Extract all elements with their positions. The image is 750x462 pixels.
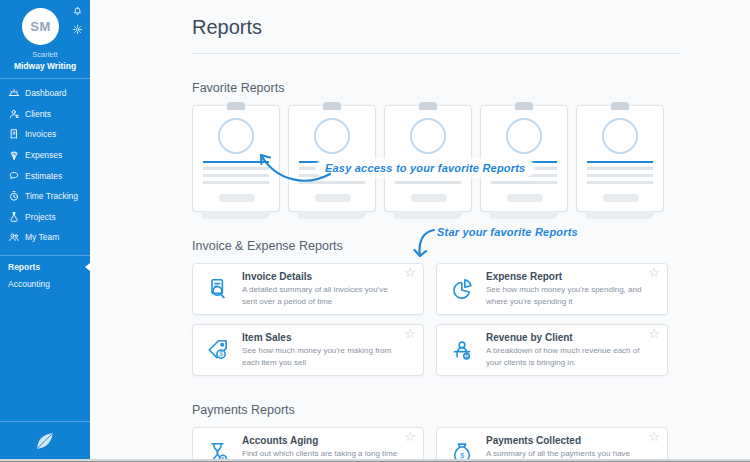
sidebar-item-my-team[interactable]: My Team (0, 227, 90, 248)
time-tracking-icon (8, 190, 20, 202)
sidebar-item-estimates[interactable]: Estimates (0, 165, 90, 186)
sidebar-item-label: Time Tracking (25, 191, 78, 201)
favorite-star-icon[interactable]: ☆ (648, 327, 660, 340)
placeholder-blob (586, 211, 653, 219)
placeholder-blob (507, 194, 543, 202)
report-card-title: Invoice Details (242, 271, 413, 282)
sidebar-item-label: Accounting (8, 279, 50, 289)
clipboard-clip-icon (611, 102, 629, 110)
report-card-payments-collected[interactable]: $ Payments Collected A summary of all th… (436, 427, 668, 462)
report-card-description: See how much money you're making from ea… (242, 345, 413, 368)
placeholder-line (395, 181, 461, 184)
report-card-accounts-aging[interactable]: $ Accounts Aging Find out which clients … (192, 427, 424, 462)
placeholder-line (203, 167, 269, 170)
item-sales-icon: $ (205, 337, 231, 363)
sidebar-item-label: Reports (8, 262, 40, 272)
sidebar-item-label: Expenses (25, 150, 62, 160)
favorite-star-icon[interactable]: ☆ (648, 430, 660, 443)
svg-text:$: $ (219, 351, 223, 358)
favorite-report-placeholder-card[interactable] (576, 105, 664, 212)
sidebar-item-clients[interactable]: Clients (0, 104, 90, 125)
report-card-item-sales[interactable]: $ Item Sales See how much money you're m… (192, 324, 424, 376)
placeholder-line (587, 174, 653, 177)
clipboard-clip-icon (515, 102, 533, 110)
sidebar-footer (0, 421, 90, 456)
report-card-expense-report[interactable]: Expense Report See how much money you're… (436, 263, 668, 315)
report-card-title: Expense Report (486, 271, 657, 282)
favorite-star-icon[interactable]: ☆ (404, 430, 416, 443)
report-card-title: Accounts Aging (242, 435, 413, 446)
section-label-invoice-expense: Invoice & Expense Reports (192, 239, 750, 253)
revenue-by-client-icon: $ (449, 337, 475, 363)
report-card-title: Revenue by Client (486, 332, 657, 343)
annotation-star: Star your favorite Reports (437, 226, 578, 238)
report-card-description: A detailed summary of all invoices you'v… (242, 284, 413, 307)
payments-grid: $ Accounts Aging Find out which clients … (192, 427, 668, 462)
sidebar-item-projects[interactable]: Projects (0, 207, 90, 228)
clipboard-clip-icon (323, 102, 341, 110)
report-card-title: Payments Collected (486, 435, 657, 446)
placeholder-circle (314, 118, 350, 154)
settings-gear-icon[interactable] (72, 24, 83, 35)
avatar[interactable]: SM (22, 8, 59, 45)
annotation-favorites: Easy access to your favorite Reports (316, 159, 534, 177)
report-card-revenue-by-client[interactable]: $ Revenue by Client A breakdown of how m… (436, 324, 668, 376)
freshbooks-leaf-logo-icon (34, 430, 56, 456)
favorite-star-icon[interactable]: ☆ (404, 327, 416, 340)
sidebar-item-label: Dashboard (25, 88, 67, 98)
business-name: Midway Writing (0, 61, 90, 71)
report-card-invoice-details[interactable]: Invoice Details A detailed summary of al… (192, 263, 424, 315)
placeholder-line (587, 167, 653, 170)
dashboard-icon (8, 87, 20, 99)
placeholder-line (299, 181, 365, 184)
clipboard-clip-icon (419, 102, 437, 110)
placeholder-blob (603, 194, 639, 202)
placeholder-circle (218, 118, 254, 154)
placeholder-line (203, 174, 269, 177)
favorite-star-icon[interactable]: ☆ (648, 266, 660, 279)
sidebar-divider (0, 421, 90, 422)
section-label-favorites: Favorite Reports (192, 81, 750, 95)
sidebar-item-time-tracking[interactable]: Time Tracking (0, 186, 90, 207)
sidebar-item-label: Projects (25, 212, 56, 222)
placeholder-blob (490, 211, 557, 219)
placeholder-blob (202, 211, 269, 219)
sidebar-item-accounting[interactable]: Accounting (0, 276, 90, 293)
my-team-icon (8, 231, 20, 243)
placeholder-line (491, 181, 557, 184)
user-name: Scarlett (0, 50, 90, 59)
placeholder-title-line (203, 161, 269, 163)
placeholder-line (587, 181, 653, 184)
sidebar-item-reports[interactable]: Reports (0, 259, 90, 276)
placeholder-blob (315, 194, 351, 202)
expenses-icon (8, 149, 20, 161)
invoice-details-icon (205, 276, 231, 302)
sidebar-divider (0, 78, 90, 79)
clients-icon (8, 108, 20, 120)
section-label-payments: Payments Reports (192, 403, 750, 417)
projects-icon (8, 211, 20, 223)
sidebar-header: SM Scarlett Midway Writing (0, 0, 90, 79)
sidebar-item-dashboard[interactable]: Dashboard (0, 83, 90, 104)
sidebar-item-expenses[interactable]: Expenses (0, 145, 90, 166)
favorite-report-placeholder-card[interactable] (192, 105, 280, 212)
sidebar-item-label: Clients (25, 109, 51, 119)
placeholder-blob (298, 211, 365, 219)
sidebar-item-invoices[interactable]: Invoices (0, 124, 90, 145)
placeholder-circle (506, 118, 542, 154)
invoices-icon (8, 128, 20, 140)
placeholder-circle (410, 118, 446, 154)
expense-report-icon (449, 276, 475, 302)
sidebar-nav-secondary: Reports Accounting (0, 256, 90, 293)
placeholder-circle (602, 118, 638, 154)
clipboard-clip-icon (227, 102, 245, 110)
sidebar-item-label: Invoices (25, 129, 56, 139)
title-divider (192, 53, 680, 54)
report-card-title: Item Sales (242, 332, 413, 343)
placeholder-title-line (587, 161, 653, 163)
notifications-bell-icon[interactable] (72, 6, 83, 17)
placeholder-blob (394, 211, 461, 219)
sidebar: SM Scarlett Midway Writing Dashboard Cli… (0, 0, 90, 462)
favorite-star-icon[interactable]: ☆ (404, 266, 416, 279)
sidebar-item-label: Estimates (25, 171, 62, 181)
